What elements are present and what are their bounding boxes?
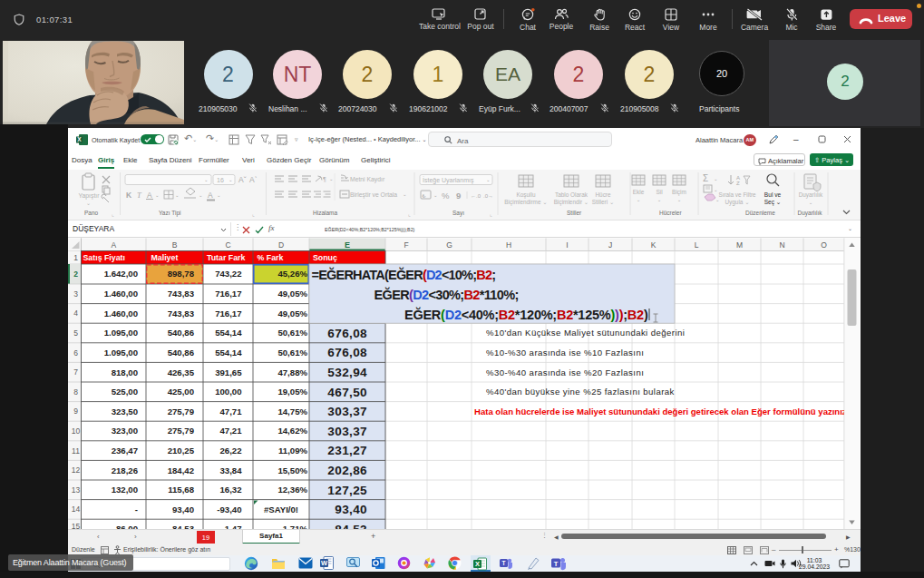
svg-text:J: J (608, 240, 612, 250)
svg-text:Σ: Σ (703, 173, 708, 183)
svg-text:818,00: 818,00 (112, 367, 138, 377)
svg-text:540,86: 540,86 (168, 328, 194, 338)
svg-text:D: D (278, 240, 284, 250)
svg-text:743,22: 743,22 (215, 269, 241, 279)
svg-text:İsteğe Uyarlanmış: İsteğe Uyarlanmış (423, 176, 474, 184)
svg-text:49,05%: 49,05% (277, 309, 307, 318)
svg-text:⌄: ⌄ (486, 177, 491, 182)
svg-text:716,17: 716,17 (215, 309, 241, 318)
svg-text:₺: ₺ (423, 193, 426, 199)
svg-text:2: 2 (73, 269, 78, 279)
svg-text:743,83: 743,83 (168, 309, 194, 318)
svg-text:Pano: Pano (84, 210, 99, 216)
svg-text:1.460,00: 1.460,00 (104, 289, 138, 299)
svg-text:Tablo Olarak: Tablo Olarak (555, 191, 588, 198)
svg-text:⌄: ⌄ (86, 201, 91, 206)
svg-text:Stiller: Stiller (567, 210, 582, 216)
svg-text:Tutar Fark: Tutar Fark (207, 253, 245, 262)
svg-text:⌄: ⌄ (677, 197, 682, 202)
svg-text:303,37: 303,37 (327, 405, 367, 418)
svg-text:1.095,00: 1.095,00 (104, 328, 138, 338)
svg-text:525,00: 525,00 (112, 387, 138, 397)
svg-text:O: O (821, 240, 827, 250)
svg-text:127,25: 127,25 (327, 484, 367, 497)
svg-text:Duyarlılık: Duyarlılık (799, 191, 823, 199)
svg-text:202,86: 202,86 (327, 464, 367, 477)
svg-text:Ekle: Ekle (633, 189, 645, 195)
svg-text:Seç ⌄: Seç ⌄ (764, 199, 782, 206)
svg-text:467,50: 467,50 (327, 386, 367, 399)
svg-text:26,22: 26,22 (219, 446, 241, 456)
svg-text:231,27: 231,27 (327, 444, 367, 457)
svg-text:9: 9 (456, 191, 461, 201)
svg-text:M: M (736, 240, 743, 250)
svg-text:⌄: ⌄ (657, 197, 662, 202)
svg-text:⌄: ⌄ (229, 177, 233, 182)
svg-text:Sil: Sil (656, 189, 663, 195)
svg-text:898,78: 898,78 (168, 269, 195, 279)
svg-text:⌄: ⌄ (403, 191, 407, 197)
svg-text:A: A (147, 191, 152, 200)
svg-text:16,32: 16,32 (219, 485, 241, 495)
svg-text:426,35: 426,35 (168, 367, 195, 377)
svg-text:3: 3 (73, 289, 78, 299)
svg-text:W: W (321, 559, 328, 567)
svg-text:1.460,00: 1.460,00 (104, 309, 138, 318)
svg-text:%30-%40 arasında ise %20 Fazla: %30-%40 arasında ise %20 Fazlasını (486, 367, 644, 377)
svg-text:⌄: ⌄ (204, 177, 209, 182)
svg-text:12,36%: 12,36% (277, 485, 307, 495)
svg-text:⌄: ⌄ (433, 192, 438, 198)
svg-text:Yazı Tipi: Yazı Tipi (159, 210, 180, 217)
svg-text:Hücre: Hücre (595, 191, 610, 198)
svg-text:115,68: 115,68 (168, 485, 194, 495)
svg-text:⌄: ⌄ (714, 176, 718, 181)
svg-text:93,40: 93,40 (172, 505, 194, 514)
svg-text:303,37: 303,37 (327, 425, 367, 438)
svg-text:323,50: 323,50 (112, 407, 138, 416)
svg-text:EĞER(D2<40%;B2*120%;B2*125%))): EĞER(D2<40%;B2*120%;B2*125%)));B2) (325, 227, 415, 232)
svg-text:Sırala ve Filtre: Sırala ve Filtre (718, 191, 756, 198)
svg-text:33,84: 33,84 (219, 465, 242, 475)
svg-text:Biçimlendirme ⌄: Biçimlendirme ⌄ (504, 199, 547, 206)
svg-text:G: G (446, 240, 452, 250)
svg-text:Metni Kaydır: Metni Kaydır (350, 176, 385, 183)
svg-text:⌄: ⌄ (329, 176, 334, 181)
svg-text:7: 7 (73, 367, 78, 377)
svg-text:554,14: 554,14 (215, 348, 242, 358)
svg-text:Aˋ: Aˋ (249, 175, 258, 184)
svg-text:B: B (172, 240, 178, 250)
svg-text:4: 4 (73, 309, 78, 318)
svg-text:.0→: .0→ (483, 193, 493, 199)
svg-text:1: 1 (73, 253, 78, 262)
svg-text:275,79: 275,79 (168, 426, 194, 436)
svg-text:⌞: ⌞ (112, 211, 114, 217)
svg-text:Maliyet: Maliyet (151, 253, 179, 262)
svg-text:1.095,00: 1.095,00 (104, 348, 138, 358)
svg-text:16: 16 (217, 177, 224, 183)
svg-text:⌞: ⌞ (490, 211, 492, 217)
svg-text:Birleştir ve Ortala: Birleştir ve Ortala (350, 191, 397, 199)
svg-text:8: 8 (73, 387, 78, 397)
svg-text:E: E (345, 240, 350, 250)
svg-text:Biçim: Biçim (672, 189, 686, 196)
svg-text:Hücreler: Hücreler (659, 210, 682, 216)
svg-text:T: T (554, 560, 559, 568)
svg-text:%: % (442, 191, 450, 201)
svg-text:⌄: ⌄ (155, 192, 160, 198)
svg-text:=EĞERHATA(EĞER(D2<10%;B2;: =EĞERHATA(EĞER(D2<10%;B2; (312, 267, 496, 282)
svg-text:5: 5 (73, 328, 78, 338)
svg-text:93,40: 93,40 (335, 503, 367, 516)
svg-text:⌄: ⌄ (199, 192, 203, 198)
svg-text:743,83: 743,83 (168, 289, 194, 299)
svg-text:210,25: 210,25 (168, 446, 195, 456)
svg-text:6: 6 (73, 348, 78, 358)
svg-text:184,42: 184,42 (168, 465, 194, 475)
svg-text:50,61%: 50,61% (277, 328, 307, 338)
svg-text:-: - (135, 505, 138, 514)
svg-text:A: A (111, 240, 116, 250)
svg-text:15,50%: 15,50% (277, 465, 307, 475)
svg-text:%10-%30 arasında ise %10 Fazla: %10-%30 arasında ise %10 Fazlasını (486, 348, 644, 358)
svg-text:A: A (208, 191, 213, 200)
svg-text:Sonuç: Sonuç (313, 253, 337, 262)
svg-text:540,86: 540,86 (168, 348, 194, 358)
